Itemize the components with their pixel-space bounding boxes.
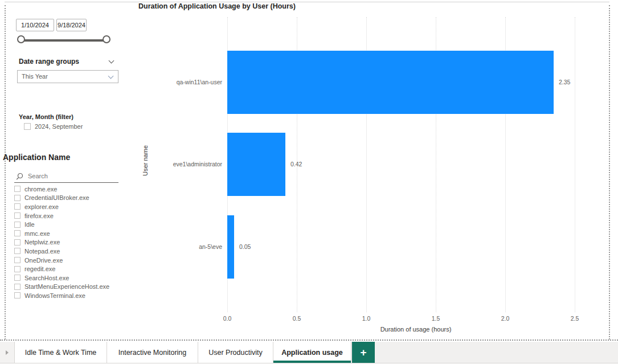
- tab-scroll-right-button[interactable]: [0, 342, 15, 363]
- date-range-slider-handle-end[interactable]: [103, 35, 110, 43]
- year-month-filter-option[interactable]: 2024, September: [24, 123, 83, 130]
- checkbox[interactable]: [14, 186, 21, 192]
- app-filter-label: Netplwiz.exe: [24, 239, 60, 246]
- x-tick-label: 2.0: [494, 315, 517, 322]
- tab-label: Application usage: [281, 349, 343, 357]
- app-filter-item[interactable]: Notepad.exe: [14, 247, 109, 256]
- chevron-down-icon[interactable]: [109, 58, 114, 64]
- tab-user-productivity[interactable]: User Productivity: [198, 342, 273, 363]
- app-filter-item[interactable]: WindowsTerminal.exe: [14, 291, 109, 300]
- checkbox[interactable]: [14, 239, 21, 246]
- x-tick-label: 1.0: [355, 315, 378, 322]
- checkbox[interactable]: [14, 292, 21, 298]
- app-filter-item[interactable]: OneDrive.exe: [14, 256, 109, 265]
- category-label: qa-win11\an-user: [136, 79, 222, 85]
- active-tab-underline: [273, 361, 351, 363]
- date-start-input[interactable]: [16, 19, 54, 31]
- date-range-slider-handle-start[interactable]: [17, 35, 25, 43]
- checkbox[interactable]: [14, 266, 21, 272]
- x-tick-label: 0.0: [216, 315, 239, 322]
- checkbox[interactable]: [14, 222, 21, 228]
- app-filter-item[interactable]: StartMenuExperienceHost.exe: [14, 283, 109, 292]
- add-page-button[interactable]: +: [352, 342, 375, 363]
- date-range-groups-selected: This Year: [18, 71, 118, 83]
- chart-title: Duration of Application Usage by User (H…: [138, 2, 296, 10]
- checkbox[interactable]: [14, 248, 21, 254]
- checkbox[interactable]: [14, 195, 21, 201]
- canvas-top-border: [5, 2, 609, 2]
- app-filter-label: mmc.exe: [24, 230, 50, 237]
- value-label: 2.35: [559, 79, 570, 85]
- checkbox[interactable]: [14, 203, 21, 210]
- date-range-groups-label: Date range groups: [19, 58, 79, 66]
- tab-interactive-monitoring[interactable]: Interactive Monitoring: [107, 342, 198, 363]
- page-tab-bar: Idle Time & Work TimeInteractive Monitor…: [0, 342, 618, 363]
- year-month-filter-label: Year, Month (filter): [19, 113, 73, 120]
- app-filter-item[interactable]: SearchHost.exe: [14, 273, 109, 283]
- tab-idle-time-work-time[interactable]: Idle Time & Work Time: [15, 342, 107, 363]
- value-label: 0.05: [239, 243, 251, 250]
- tab-label: Idle Time & Work Time: [25, 349, 97, 357]
- tab-label: User Productivity: [208, 349, 262, 357]
- search-icon: [16, 173, 23, 180]
- x-axis-title: Duration of usage (hours): [330, 326, 501, 333]
- app-filter-label: SearchHost.exe: [24, 275, 69, 281]
- app-filter-label: CredentialUIBroker.exe: [24, 194, 89, 201]
- app-filter-item[interactable]: firefox.exe: [14, 211, 109, 220]
- date-range-slider-track[interactable]: [22, 39, 108, 42]
- checkbox[interactable]: [14, 212, 21, 219]
- date-range-groups-dropdown[interactable]: This Year: [17, 70, 118, 83]
- checkbox[interactable]: [24, 123, 31, 130]
- app-filter-item[interactable]: mmc.exe: [14, 229, 109, 238]
- right-arrow-icon: [6, 350, 9, 355]
- app-filter-item[interactable]: regedit.exe: [14, 264, 109, 273]
- app-filter-label: Idle: [24, 221, 35, 228]
- search-underline: [14, 182, 118, 183]
- x-gridline: [575, 17, 575, 312]
- app-filter-label: OneDrive.exe: [24, 257, 63, 264]
- canvas-right-dotted-border: [609, 5, 610, 340]
- checkbox[interactable]: [14, 275, 21, 281]
- app-filter-label: StartMenuExperienceHost.exe: [24, 283, 109, 290]
- x-tick-label: 1.5: [424, 315, 447, 322]
- checkbox[interactable]: [14, 230, 21, 236]
- tab-application-usage[interactable]: Application usage: [273, 342, 351, 363]
- y-axis-title: User name: [142, 145, 149, 176]
- app-filter-label: Notepad.exe: [24, 248, 60, 255]
- canvas-bottom-dotted-border: [0, 340, 618, 341]
- x-tick-label: 0.5: [285, 315, 308, 322]
- checkbox[interactable]: [14, 257, 21, 263]
- year-month-option-label: 2024, September: [35, 123, 83, 130]
- application-search: [16, 172, 101, 180]
- report-canvas: Date range groups This Year Year, Month …: [0, 0, 618, 364]
- tab-label: Interactive Monitoring: [118, 349, 187, 357]
- application-name-title: Application Name: [3, 153, 70, 162]
- canvas-left-dotted-border: [5, 5, 6, 340]
- value-label: 0.42: [290, 161, 302, 167]
- bar[interactable]: [227, 51, 554, 114]
- app-filter-label: explorer.exe: [24, 203, 59, 210]
- x-tick-label: 2.5: [563, 315, 586, 322]
- app-filter-label: firefox.exe: [24, 212, 54, 219]
- checkbox[interactable]: [14, 284, 21, 290]
- search-input[interactable]: [27, 172, 101, 180]
- app-filter-label: WindowsTerminal.exe: [24, 292, 85, 299]
- bar[interactable]: [227, 215, 234, 279]
- application-filter-list: chrome.exeCredentialUIBroker.exeexplorer…: [14, 185, 109, 300]
- app-filter-label: chrome.exe: [24, 186, 57, 193]
- app-filter-item[interactable]: chrome.exe: [14, 185, 109, 194]
- app-filter-item[interactable]: Idle: [14, 220, 109, 229]
- app-filter-item[interactable]: explorer.exe: [14, 202, 109, 211]
- app-filter-label: regedit.exe: [24, 265, 55, 272]
- date-end-input[interactable]: [56, 19, 87, 31]
- category-label: an-5\eve: [136, 243, 222, 250]
- bar[interactable]: [227, 133, 285, 196]
- app-filter-item[interactable]: Netplwiz.exe: [14, 238, 109, 247]
- app-filter-item[interactable]: CredentialUIBroker.exe: [14, 194, 109, 203]
